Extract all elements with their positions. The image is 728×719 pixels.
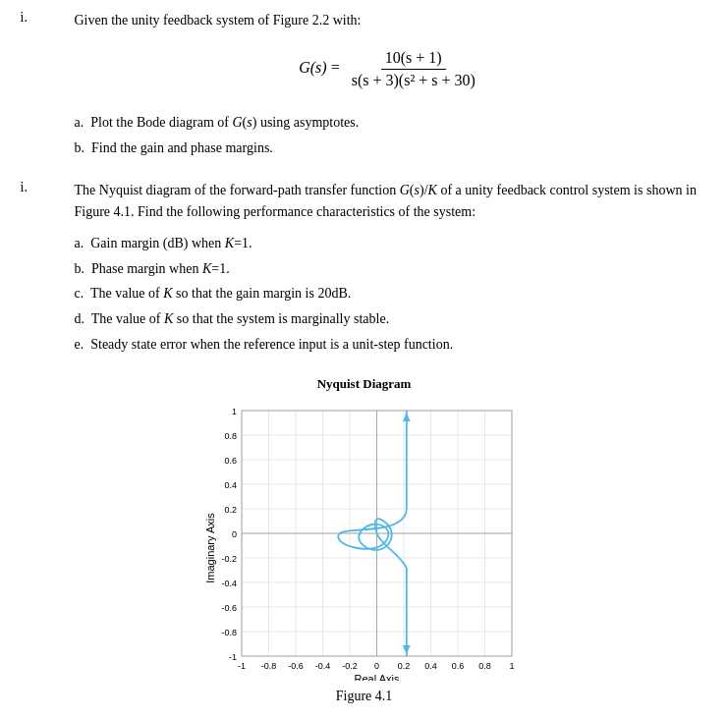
sub-item-2c: c. The value of K so that the gain margi… bbox=[75, 282, 708, 305]
formula-equals: = bbox=[331, 60, 344, 77]
svg-text:0.4: 0.4 bbox=[224, 480, 237, 490]
svg-text:-0.4: -0.4 bbox=[314, 661, 330, 671]
formula: G(s) = 10(s + 1) s(s + 3)(s² + s + 30) bbox=[299, 49, 483, 89]
nyquist-diagram-svg: Imaginary Axis bbox=[202, 396, 527, 681]
svg-text:-0.6: -0.6 bbox=[221, 603, 237, 613]
formula-block: G(s) = 10(s + 1) s(s + 3)(s² + s + 30) bbox=[75, 49, 708, 89]
section-intro-1: Given the unity feedback system of Figur… bbox=[75, 10, 708, 31]
formula-denominator: s(s + 3)(s² + s + 30) bbox=[348, 70, 479, 89]
svg-text:0.2: 0.2 bbox=[397, 661, 410, 671]
section-1: i. Given the unity feedback system of Fi… bbox=[21, 10, 708, 162]
svg-text:0.8: 0.8 bbox=[478, 661, 491, 671]
svg-text:0: 0 bbox=[373, 661, 378, 671]
nyquist-svg-wrap: Imaginary Axis bbox=[202, 396, 527, 681]
svg-text:-0.2: -0.2 bbox=[221, 554, 237, 564]
sub-item-2e: e. Steady state error when the reference… bbox=[75, 333, 708, 357]
diagram-container: Nyquist Diagram Imaginary Axis bbox=[21, 376, 708, 704]
y-axis-label: Imaginary Axis bbox=[204, 512, 216, 582]
section-body-2: The Nyquist diagram of the forward-path … bbox=[75, 180, 708, 359]
svg-text:1: 1 bbox=[231, 407, 236, 416]
svg-text:0.2: 0.2 bbox=[224, 505, 237, 515]
section-body-1: Given the unity feedback system of Figur… bbox=[75, 10, 708, 162]
svg-text:-1: -1 bbox=[228, 652, 236, 662]
section-2-sub-items: a. Gain margin (dB) when K=1. b. Phase m… bbox=[75, 232, 708, 357]
sub-item-2a: a. Gain margin (dB) when K=1. bbox=[75, 232, 708, 255]
formula-lhs: G(s) bbox=[299, 60, 326, 77]
sub-item-2d: d. The value of K so that the system is … bbox=[75, 307, 708, 331]
page-content: i. Given the unity feedback system of Fi… bbox=[21, 10, 708, 704]
svg-text:1: 1 bbox=[509, 661, 514, 671]
svg-text:-0.2: -0.2 bbox=[342, 661, 358, 671]
section-label-1: i. bbox=[21, 10, 75, 162]
section-label-2: i. bbox=[21, 180, 75, 359]
svg-text:-0.8: -0.8 bbox=[221, 628, 237, 637]
x-axis-label: Real Axis bbox=[354, 673, 399, 681]
svg-text:-0.8: -0.8 bbox=[260, 661, 276, 671]
formula-numerator: 10(s + 1) bbox=[381, 49, 446, 70]
section-2: i. The Nyquist diagram of the forward-pa… bbox=[21, 180, 708, 359]
sub-item-2b: b. Phase margin when K=1. bbox=[75, 257, 708, 281]
svg-text:0.6: 0.6 bbox=[451, 661, 464, 671]
svg-text:-0.4: -0.4 bbox=[221, 579, 237, 588]
section-intro-2: The Nyquist diagram of the forward-path … bbox=[75, 180, 708, 224]
section-1-sub-items: a. Plot the Bode diagram of G(s) using a… bbox=[75, 111, 708, 160]
svg-text:0.6: 0.6 bbox=[224, 456, 237, 466]
svg-text:0.8: 0.8 bbox=[224, 431, 237, 441]
svg-text:-1: -1 bbox=[237, 661, 245, 671]
svg-text:0: 0 bbox=[231, 529, 236, 539]
svg-text:-0.6: -0.6 bbox=[288, 661, 304, 671]
svg-text:0.4: 0.4 bbox=[424, 661, 437, 671]
figure-caption: Figure 4.1 bbox=[336, 689, 393, 704]
diagram-title: Nyquist Diagram bbox=[317, 376, 412, 392]
sub-item-1b: b. Find the gain and phase margins. bbox=[75, 137, 708, 160]
formula-fraction: 10(s + 1) s(s + 3)(s² + s + 30) bbox=[348, 49, 479, 89]
sub-item-1a: a. Plot the Bode diagram of G(s) using a… bbox=[75, 111, 708, 135]
